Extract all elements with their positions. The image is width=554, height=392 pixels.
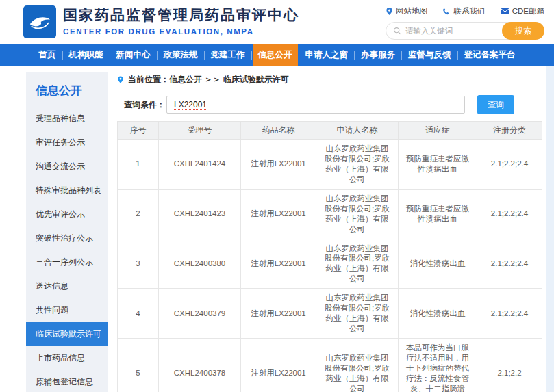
- cell-applicant: 山东罗欣药业集团股份有限公司;罗欣药业（上海）有限公司: [316, 339, 399, 392]
- nav-home[interactable]: 首页: [34, 44, 62, 66]
- cell-registration-class: 2.1;2.2;2.4: [477, 289, 542, 339]
- sidebar-item-marketed-drugs[interactable]: 上市药品信息: [26, 346, 108, 370]
- col-indication: 适应症: [399, 122, 477, 140]
- nav-separator: [299, 51, 299, 60]
- query-label: 查询条件：: [117, 99, 166, 111]
- nav-supervision-feedback[interactable]: 监督与反馈: [403, 44, 457, 66]
- table-row: 5 CXHL2400378 注射用LX22001 山东罗欣药业集团股份有限公司;…: [118, 339, 542, 392]
- table-row: 1 CXHL2401424 注射用LX22001 山东罗欣药业集团股份有限公司;…: [118, 140, 542, 190]
- nav-separator: [354, 51, 355, 60]
- phone-icon: [442, 8, 451, 16]
- nav-separator: [401, 51, 402, 60]
- swallow-logo-icon: [26, 8, 53, 36]
- sidebar-item-accepted-varieties[interactable]: 受理品种信息: [26, 107, 108, 131]
- query-input[interactable]: LX22001: [166, 96, 465, 114]
- cell-indication: 消化性溃疡出血: [399, 289, 477, 339]
- sidebar-item-review-tasks[interactable]: 审评任务公示: [26, 131, 108, 155]
- nav-policies[interactable]: 政策法规: [158, 44, 203, 66]
- col-acceptance-no: 受理号: [159, 122, 241, 140]
- table-row: 3 CXHL2400380 注射用LX22001 山东罗欣药业集团股份有限公司;…: [118, 239, 542, 289]
- cell-drug-name: 注射用LX22001: [241, 339, 316, 392]
- cell-drug-name: 注射用LX22001: [241, 289, 316, 339]
- mail-icon: [501, 8, 509, 15]
- sidebar-item-common-issues[interactable]: 共性问题: [26, 298, 108, 322]
- cell-registration-class: 2.1;2.2;2.4: [477, 189, 542, 239]
- link-sitemap[interactable]: 网站地图: [386, 6, 427, 16]
- cell-acceptance-no: CXHL2400378: [159, 339, 241, 392]
- cell-applicant: 山东罗欣药业集团股份有限公司;罗欣药业（上海）有限公司: [316, 189, 399, 239]
- cell-acceptance-no: CXHL2401424: [159, 140, 241, 190]
- link-contact[interactable]: 联系我们: [442, 6, 485, 16]
- query-input-value: LX22001: [174, 100, 207, 109]
- sidebar-item-clinical-trial-default-license[interactable]: 临床试验默示许可: [26, 322, 108, 346]
- table-row: 2 CXHL2401423 注射用LX22001 山东罗欣药业集团股份有限公司;…: [118, 189, 542, 239]
- link-contact-label: 联系我们: [453, 6, 485, 16]
- query-button[interactable]: 查询: [477, 95, 514, 114]
- site-search-button[interactable]: 搜索: [502, 22, 544, 40]
- nav-applicant-window[interactable]: 申请人之窗: [300, 44, 354, 66]
- cell-drug-name: 注射用LX22001: [241, 189, 316, 239]
- cell-applicant: 山东罗欣药业集团股份有限公司;罗欣药业（上海）有限公司: [316, 289, 399, 339]
- cell-drug-name: 注射用LX22001: [241, 140, 316, 190]
- cell-seq: 1: [118, 140, 159, 190]
- cell-seq: 2: [118, 189, 159, 239]
- nav-separator: [110, 51, 110, 60]
- cell-acceptance-no: CXHL2400379: [159, 289, 241, 339]
- site-title: 国家药品监督管理局药品审评中心: [63, 5, 299, 25]
- col-registration-class: 注册分类: [477, 122, 542, 140]
- nav-party-building[interactable]: 党建工作: [205, 44, 251, 66]
- search-icon: [393, 27, 401, 35]
- cell-applicant: 山东罗欣药业集团股份有限公司;罗欣药业（上海）有限公司: [316, 239, 399, 289]
- sidebar-item-three-in-one[interactable]: 三合一序列公示: [26, 250, 108, 274]
- cell-registration-class: 2.1;2.2: [477, 339, 542, 392]
- cell-seq: 3: [118, 239, 159, 289]
- nav-separator: [457, 51, 458, 60]
- nav-separator: [157, 51, 158, 60]
- cell-drug-name: 注射用LX22001: [241, 239, 316, 289]
- cell-seq: 5: [118, 339, 159, 392]
- sidebar-item-priority-review[interactable]: 优先审评公示: [26, 202, 108, 226]
- breadcrumb: 当前位置：信息公开 ＞＞ 临床试验默示许可: [117, 72, 544, 88]
- link-cde-mail-label: CDE邮箱: [512, 6, 544, 16]
- cell-acceptance-no: CXHL2401423: [159, 189, 241, 239]
- nav-registration-platform[interactable]: 登记备案平台: [459, 44, 521, 66]
- link-cde-mail[interactable]: CDE邮箱: [501, 6, 544, 16]
- table-row: 4 CXHL2400379 注射用LX22001 山东罗欣药业集团股份有限公司;…: [118, 289, 542, 339]
- nav-news-center[interactable]: 新闻中心: [111, 44, 156, 66]
- sidebar: 信息公开 受理品种信息 审评任务公示 沟通交流公示 特殊审批品种列表 优先审评公…: [26, 72, 108, 392]
- col-drug-name: 药品名称: [241, 122, 316, 140]
- site-subtitle: CENTER FOR DRUG EVALUATION, NMPA: [63, 27, 299, 36]
- main-area: 信息公开 受理品种信息 审评任务公示 沟通交流公示 特殊审批品种列表 优先审评公…: [0, 66, 554, 392]
- cell-applicant: 山东罗欣药业集团股份有限公司;罗欣药业（上海）有限公司: [316, 140, 399, 190]
- cell-indication: 预防重症患者应激性溃疡出血: [399, 140, 477, 190]
- sidebar-item-communication[interactable]: 沟通交流公示: [26, 155, 108, 179]
- cell-acceptance-no: CXHL2400380: [159, 239, 241, 289]
- cell-registration-class: 2.1;2.2;2.4: [477, 140, 542, 190]
- breadcrumb-text: 当前位置：信息公开 ＞＞ 临床试验默示许可: [128, 74, 289, 86]
- col-seq: 序号: [118, 122, 159, 140]
- nav-separator: [251, 51, 252, 60]
- sidebar-item-breakthrough-therapy[interactable]: 突破性治疗公示: [26, 226, 108, 250]
- cell-indication: 消化性溃疡出血: [399, 239, 477, 289]
- col-applicant: 申请人名称: [316, 122, 399, 140]
- sidebar-item-excipients-registration[interactable]: 原辅包登记信息: [26, 370, 108, 392]
- nav-org-functions[interactable]: 机构职能: [64, 44, 109, 66]
- location-pin-icon: [117, 75, 124, 84]
- cell-seq: 4: [118, 289, 159, 339]
- query-section: 查询条件： LX22001 查询: [117, 94, 544, 115]
- nav-separator: [62, 51, 63, 60]
- nav-services[interactable]: 办事服务: [355, 44, 401, 66]
- cde-logo: [23, 5, 56, 38]
- sidebar-item-delivery-info[interactable]: 送达信息: [26, 274, 108, 298]
- cell-registration-class: 2.1;2.2;2.4: [477, 239, 542, 289]
- cell-indication: 预防重症患者应激性溃疡出血: [399, 189, 477, 239]
- nav-separator: [204, 51, 205, 60]
- site-header: 国家药品监督管理局药品审评中心 CENTER FOR DRUG EVALUATI…: [0, 0, 554, 44]
- nav-info-disclosure[interactable]: 信息公开: [253, 44, 298, 66]
- content-area: 当前位置：信息公开 ＞＞ 临床试验默示许可 查询条件： LX22001 查询 序…: [117, 72, 544, 392]
- site-search-placeholder: 请输入关键词: [405, 26, 453, 36]
- sidebar-title: 信息公开: [26, 72, 108, 107]
- table-header-row: 序号 受理号 药品名称 申请人名称 适应症 注册分类: [118, 122, 542, 140]
- scrollbar-track[interactable]: [546, 66, 554, 392]
- sidebar-item-special-approval-list[interactable]: 特殊审批品种列表: [26, 179, 108, 202]
